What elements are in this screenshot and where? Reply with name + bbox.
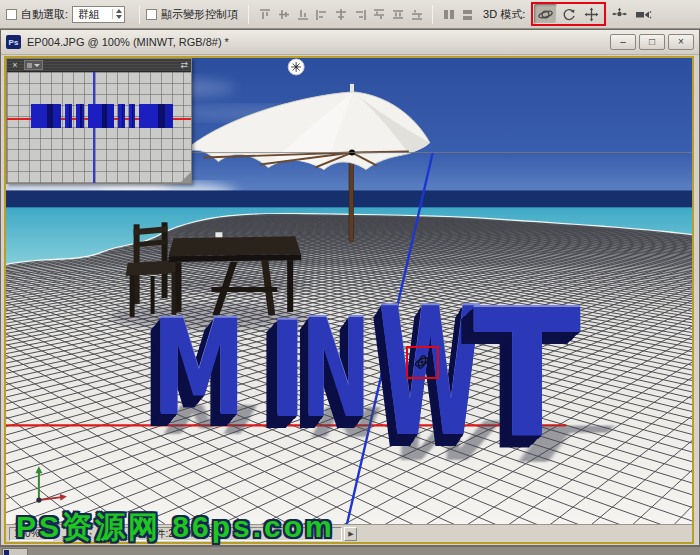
3d-orbit-tool-button[interactable]: [534, 4, 557, 24]
ground-plane-widget-icon: [288, 59, 304, 75]
group-dropdown-value: 群組: [78, 7, 108, 22]
3d-slide-tool-button[interactable]: [608, 4, 631, 24]
distribute-top-edges-button[interactable]: [369, 5, 388, 23]
separator: [432, 5, 433, 24]
group-dropdown[interactable]: 群組: [72, 6, 125, 23]
swap-views-icon[interactable]: ⇄: [180, 60, 188, 70]
distribute-bottom-icon: [410, 8, 424, 21]
top-view-viewport[interactable]: [7, 72, 191, 183]
mode-3d-label: 3D 模式:: [483, 7, 525, 22]
auto-select-label: 自動選取:: [21, 7, 68, 22]
3d-slide-icon: [611, 7, 628, 21]
close-button[interactable]: ×: [668, 34, 694, 50]
separator: [248, 5, 249, 24]
align-bottom-edges-button[interactable]: [293, 5, 312, 23]
minimize-button[interactable]: –: [610, 34, 636, 50]
mini-letter-block: [118, 104, 125, 128]
window-title-bar[interactable]: Ps EP004.JPG @ 100% (MINWT, RGB/8#) * – …: [1, 30, 699, 55]
secondary-view-header[interactable]: × ⇄: [7, 59, 191, 72]
furniture-shadow: [111, 304, 310, 330]
background-window-fragment: [2, 548, 28, 555]
3d-pan-icon: [584, 7, 599, 22]
photoshop-screenshot: 自動選取: 群組 顯示變形控制項 3D 模式:: [0, 0, 700, 555]
distribute-vertical-centers-button[interactable]: [388, 5, 407, 23]
distribute-widths-button[interactable]: [439, 5, 458, 23]
window-title: EP004.JPG @ 100% (MINWT, RGB/8#) *: [27, 36, 229, 48]
window-controls: – □ ×: [610, 34, 694, 50]
align-horizontal-centers-button[interactable]: [331, 5, 350, 23]
mini-letter-block: [76, 104, 84, 128]
align-right-icon: [353, 8, 367, 21]
show-transform-label: 顯示變形控制項: [161, 7, 238, 22]
distribute-bottom-edges-button[interactable]: [407, 5, 426, 23]
3d-zoom-icon: [634, 8, 652, 21]
document-window: Ps EP004.JPG @ 100% (MINWT, RGB/8#) * – …: [0, 29, 700, 546]
distribute-heights-button[interactable]: [458, 5, 477, 23]
maximize-button[interactable]: □: [639, 34, 665, 50]
align-bottom-icon: [296, 8, 310, 21]
auto-select-checkbox[interactable]: [6, 9, 17, 20]
photoshop-app-icon: Ps: [6, 35, 21, 49]
align-left-edges-button[interactable]: [312, 5, 331, 23]
watermark-text: PS资源网 86ps.com: [16, 507, 335, 548]
align-left-icon: [315, 8, 329, 21]
mini-letter-block: [88, 104, 114, 128]
options-bar: 自動選取: 群組 顯示變形控制項 3D 模式:: [0, 0, 700, 29]
distribute-top-icon: [372, 8, 386, 21]
3d-roll-icon: [561, 7, 577, 22]
mode-3d-group: 3D 模式:: [483, 2, 654, 26]
3d-pan-tool-button[interactable]: [580, 4, 603, 24]
view-select-button[interactable]: [24, 60, 43, 70]
separator: [139, 5, 140, 24]
3d-orbit-icon: [537, 7, 554, 22]
dropdown-arrows-icon: [112, 9, 122, 19]
align-vcenter-icon: [277, 8, 291, 21]
align-hcenter-icon: [334, 8, 348, 21]
chevron-down-icon: [34, 64, 40, 67]
distribute-vcenter-icon: [391, 8, 405, 21]
close-icon[interactable]: ×: [10, 60, 20, 70]
align-right-edges-button[interactable]: [350, 5, 369, 23]
status-options-arrow[interactable]: ▶: [344, 527, 357, 541]
mini-letter-block: [31, 104, 61, 128]
show-transform-checkbox[interactable]: [146, 9, 157, 20]
align-top-icon: [258, 8, 272, 21]
annotation-red-box-toolbar: [531, 2, 606, 26]
ps-mini-icon: [4, 550, 9, 555]
distribute-heights-icon: [461, 8, 475, 21]
distribute-widths-icon: [442, 8, 456, 21]
align-top-edges-button[interactable]: [255, 5, 274, 23]
align-vertical-centers-button[interactable]: [274, 5, 293, 23]
annotation-red-box-cursor: [406, 346, 439, 379]
document-content-frame: M N W T M I N W T: [4, 56, 694, 544]
resize-handle[interactable]: [180, 172, 191, 183]
mini-letter-block: [139, 104, 173, 128]
3d-roll-tool-button[interactable]: [557, 4, 580, 24]
document-canvas[interactable]: M N W T M I N W T: [6, 58, 692, 524]
3d-zoom-tool-button[interactable]: [631, 4, 654, 24]
secondary-view-panel: × ⇄: [6, 58, 192, 184]
mini-letter-block: [65, 104, 72, 128]
3d-rotate-cursor-icon: [408, 348, 437, 377]
mini-letter-block: [129, 104, 135, 128]
